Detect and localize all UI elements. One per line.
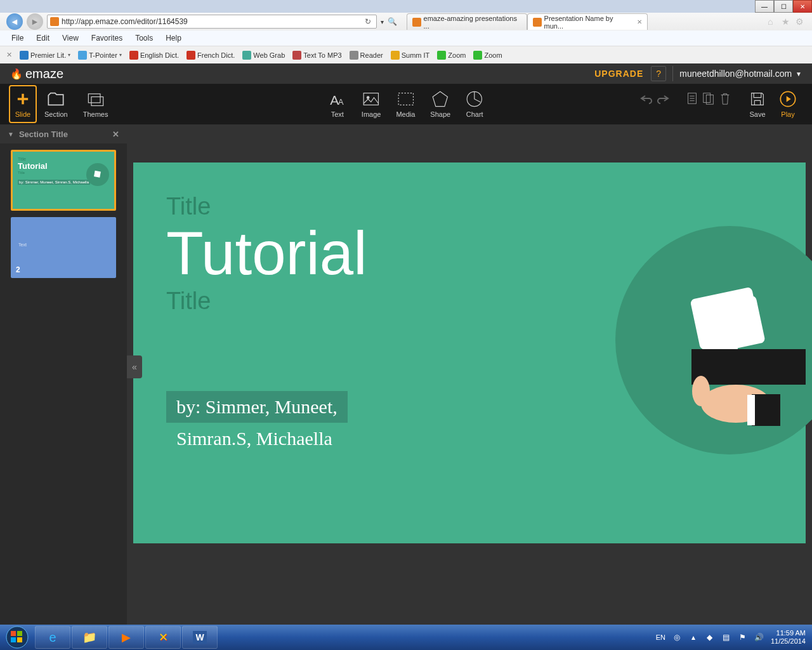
bookmark-icon [129,51,138,60]
media-button[interactable]: Media [388,90,422,118]
chart-button[interactable]: Chart [458,90,491,118]
menu-tools[interactable]: Tools [130,32,158,44]
start-button[interactable] [0,625,34,650]
thumb-title-label: Title [18,157,109,161]
tray-app-icon[interactable]: ◆ [705,632,715,642]
tab-close-icon[interactable]: ✕ [637,18,642,25]
tool-label: Play [781,110,794,118]
task-explorer[interactable]: 📁 [72,626,107,649]
bookmark-item[interactable]: Web Grab [242,51,285,60]
hand-icon [653,359,780,435]
tray-volume-icon[interactable]: 🔊 [754,632,764,642]
section-button[interactable]: Section [37,90,75,118]
tool-label: Slide [15,110,30,118]
upgrade-button[interactable]: UPGRADE [587,69,651,79]
themes-button[interactable]: Themes [75,90,116,118]
url-input[interactable]: http://app.emaze.com/editor/1164539 ↻ [47,15,377,29]
tool-label: Section [44,110,68,118]
task-media[interactable]: ▶ [108,626,144,649]
bookmarks-bar: ✕ Premier Lit.▾T-Pointer▾English Dict.Fr… [0,46,812,63]
tray-network-icon[interactable]: ▤ [721,632,731,642]
help-button[interactable]: ? [651,66,666,81]
favorites-icon[interactable]: ★ [782,17,792,27]
text-icon: AA [329,90,346,108]
gear-icon[interactable]: ⚙ [796,17,806,27]
bookmark-item[interactable]: English Dict. [129,51,179,60]
emaze-logo[interactable]: 🔥 emaze [10,67,63,81]
nav-back-icon[interactable]: ◄ [6,13,23,30]
bookmark-label: Zoom [484,51,502,59]
slide-button[interactable]: Slide [9,85,37,123]
menu-edit[interactable]: Edit [31,32,55,44]
slide-title-label[interactable]: Title [166,193,806,220]
tray-clock[interactable]: 11:59 AM 11/25/2014 [771,629,806,646]
menu-help[interactable]: Help [160,32,187,44]
menu-view[interactable]: View [57,32,84,44]
doc-icon [685,91,699,105]
redo-button[interactable] [655,90,671,107]
user-email[interactable]: muneetdhillon@hotmail.com [679,69,792,79]
bookmark-label: Premier Lit. [30,51,66,59]
bookmark-item[interactable]: Text To MP3 [292,51,341,60]
user-dropdown-icon[interactable]: ▼ [796,70,802,77]
home-icon[interactable]: ⌂ [768,17,778,27]
browser-navbar: ◄ ► http://app.emaze.com/editor/1164539 … [0,13,812,30]
bookmark-item[interactable]: Reader [350,51,383,60]
shape-button[interactable]: Shape [422,90,458,118]
bookmark-label: English Dict. [140,51,179,59]
refresh-icon[interactable]: ↻ [365,17,374,26]
nav-forward-icon[interactable]: ► [27,13,43,30]
undo-button[interactable] [638,90,655,107]
win-maximize[interactable]: ☐ [774,0,793,13]
bookmark-icon [20,51,29,60]
slide-canvas[interactable]: Title Tutorial Title by: Simmer, Muneet,… [133,162,806,543]
bookmark-icon [350,51,358,60]
bookmark-item[interactable]: Summ IT [391,51,430,60]
favicon-icon [50,17,59,26]
clock-date: 11/25/2014 [771,637,806,646]
svg-rect-13 [704,93,710,103]
win-minimize[interactable]: — [755,0,774,13]
tray-sync-icon[interactable]: ◎ [672,632,682,642]
slide-thumbnail-2[interactable]: Text 2 [11,217,116,278]
bookmark-item[interactable]: Zoom [473,51,502,60]
themes-icon [87,90,105,108]
panel-collapse-button[interactable]: « [127,355,142,378]
plus-icon [14,90,32,108]
bookmark-item[interactable]: French Dict. [187,51,235,60]
search-icon[interactable]: 🔍 [388,17,396,26]
url-text: http://app.emaze.com/editor/1164539 [62,17,188,26]
bookmark-item[interactable]: Zoom [437,51,466,60]
tray-lang[interactable]: EN [656,633,665,641]
menu-file[interactable]: File [6,32,29,44]
browser-tab-active[interactable]: Presentation Name by mun... ✕ [527,13,648,30]
tray-flag-icon[interactable]: ⚑ [738,632,748,642]
text-button[interactable]: AA Text [321,90,354,118]
task-word[interactable]: W [182,626,218,649]
duplicate-button[interactable] [700,90,717,107]
delete-button[interactable] [717,90,733,107]
win-close[interactable] [793,0,812,13]
taskbar: e 📁 ▶ ✕ W EN ◎ ▴ ◆ ▤ ⚑ 🔊 11:59 AM 11/25/… [0,625,812,650]
bookmark-label: Reader [360,51,383,59]
collapse-icon[interactable]: ▼ [8,131,14,138]
task-ie[interactable]: e [35,626,70,649]
dropdown-icon[interactable]: ▾ [381,18,384,25]
image-button[interactable]: Image [354,90,389,118]
task-app-x[interactable]: ✕ [145,626,181,649]
canvas-area: Title Tutorial Title by: Simmer, Muneet,… [127,124,812,625]
bookmark-item[interactable]: Premier Lit.▾ [20,51,70,60]
menu-favorites[interactable]: Favorites [86,32,128,44]
save-button[interactable]: Save [742,90,773,118]
bookmark-item[interactable]: T-Pointer▾ [78,51,122,60]
copy-button[interactable] [684,90,700,107]
app-header: 🔥 emaze UPGRADE ? muneetdhillon@hotmail.… [0,63,812,84]
browser-tab[interactable]: emaze-amazing presentations ... [407,13,527,30]
tray-chevron-icon[interactable]: ▴ [688,632,698,642]
close-section-icon[interactable]: ✕ [112,129,119,139]
thumb-number: 2 [16,265,20,274]
close-tools-icon[interactable]: ✕ [6,51,12,59]
slide-thumbnail-1[interactable]: Title Tutorial Title by: Simmer, Muneet,… [11,150,116,211]
dropdown-icon: ▾ [119,52,122,58]
play-button[interactable]: Play [773,90,803,118]
